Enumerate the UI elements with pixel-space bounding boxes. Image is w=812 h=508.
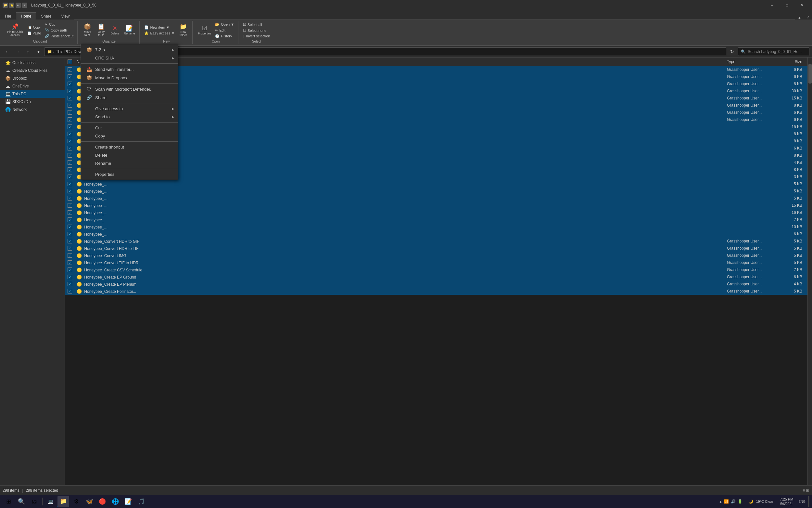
view-toggle[interactable]: ≡ ⊞ [803,488,809,493]
row-checkbox-2[interactable]: ✓ [67,82,72,86]
edit-button[interactable]: ✏ Edit [214,28,236,33]
word-button[interactable]: 📝 [123,496,134,507]
cut-button[interactable]: ✂ Cut [44,22,75,27]
sidebar-item-onedrive[interactable]: ☁ OneDrive [0,82,65,90]
arrow-up-icon[interactable]: ▲ [719,500,722,503]
ctx-item-create-shortcut[interactable]: Create shortcut [81,143,178,151]
copy-button[interactable]: 📋 Copy [26,25,43,30]
start-button[interactable]: ⊞ [3,496,14,507]
explorer-button[interactable]: 📁 [57,496,69,507]
ctx-item-send-with-transfer...[interactable]: 📤Send with Transfer... [81,65,178,74]
ctx-item-7-zip[interactable]: 📦7-Zip▶ [81,45,178,54]
qa-icon-1[interactable]: 📁 [3,3,8,8]
table-row[interactable]: ✓ 🟡 Honeybee_... 5 KB [65,180,807,187]
rename-button[interactable]: 📝 Rename [122,25,137,36]
ctx-item-copy[interactable]: Copy [81,132,178,140]
easy-access-button[interactable]: ⭐ Easy access ▼ [143,31,176,36]
row-checkbox-3[interactable]: ✓ [67,89,72,93]
select-all-checkbox[interactable]: ✓ [67,59,72,64]
move-to-button[interactable]: 📦 Moveto ▼ [81,23,94,38]
col-header-type[interactable]: Type [727,59,779,64]
settings-button[interactable]: ⚙ [70,496,82,507]
list-view-button[interactable]: ≡ [803,488,805,493]
sidebar-item-creative-cloud[interactable]: ☁ Creative Cloud Files [0,67,65,75]
row-checkbox-21[interactable]: ✓ [67,217,72,222]
row-checkbox-15[interactable]: ✓ [67,174,72,179]
ctx-item-crc-sha[interactable]: CRC SHA▶ [81,54,178,62]
row-checkbox-24[interactable]: ✓ [67,239,72,244]
row-checkbox-11[interactable]: ✓ [67,146,72,151]
row-checkbox-4[interactable]: ✓ [67,96,72,100]
row-checkbox-10[interactable]: ✓ [67,139,72,143]
table-row[interactable]: ✓ 🟡 Honeybee_... 16 KB [65,209,807,216]
sidebar-item-network[interactable]: 🌐 Network [0,105,65,114]
select-none-button[interactable]: ☐ Select none [242,28,271,33]
row-checkbox-30[interactable]: ✓ [67,282,72,286]
scrollbar-thumb[interactable] [808,64,812,84]
row-checkbox-16[interactable]: ✓ [67,182,72,186]
table-row[interactable]: ✓ 🟡 Honeybee_Create EP Plenum Grasshoppe… [65,281,807,288]
qa-icon-4[interactable]: ▾ [22,3,27,8]
task-view-button[interactable]: 🗂 [29,496,40,507]
ctx-item-properties[interactable]: Properties [81,170,178,178]
row-checkbox-5[interactable]: ✓ [67,103,72,108]
quick-access-icons[interactable]: 📁 ⭐ ↩ ▾ [3,3,27,8]
ctx-item-rename[interactable]: Rename [81,159,178,167]
table-row[interactable]: ✓ 🟡 Honeybee_... 5 KB [65,187,807,195]
delete-button[interactable]: ✕ Delete [108,25,121,36]
breadcrumb-item-0[interactable]: 📁 [47,49,52,54]
pin-to-quick-access-button[interactable]: 📌 Pin to Quickaccess [5,23,25,38]
row-checkbox-28[interactable]: ✓ [67,267,72,272]
grid-view-button[interactable]: ⊞ [806,488,809,493]
row-checkbox-27[interactable]: ✓ [67,260,72,265]
row-checkbox-22[interactable]: ✓ [67,224,72,229]
table-row[interactable]: ✓ 🟡 Honeybee_Create CSV Schedule Grassho… [65,266,807,273]
show-desktop-button[interactable] [808,496,809,507]
dell-button[interactable]: 💻 [45,496,56,507]
ctx-item-send-to[interactable]: Send to▶ [81,113,178,121]
tab-share[interactable]: Share [36,12,56,20]
table-row[interactable]: ✓ 🟡 Honeybee_Convert IMG Grasshopper Use… [65,252,807,259]
acrobat-button[interactable]: 🔴 [96,496,108,507]
lang-indicator[interactable]: ENG [797,500,807,503]
row-checkbox-20[interactable]: ✓ [67,210,72,215]
row-checkbox-31[interactable]: ✓ [67,289,72,294]
row-checkbox-13[interactable]: ✓ [67,160,72,165]
search-button[interactable]: 🔍 [15,496,27,507]
forward-button[interactable]: → [13,47,22,56]
sidebar-item-this-pc[interactable]: 💻 This PC [0,90,65,98]
table-row[interactable]: ✓ 🟡 Honeybee_... 6 KB [65,230,807,238]
sidebar-item-sdxc[interactable]: 💾 SDXC (D:) [0,98,65,105]
row-checkbox-12[interactable]: ✓ [67,153,72,158]
table-row[interactable]: ✓ 🟡 Honeybee_Convert HDR to TIF Grasshop… [65,245,807,252]
taskbar-clock[interactable]: 7:25 PM 5/6/2021 [777,497,796,506]
ctx-item-cut[interactable]: Cut [81,124,178,132]
paste-button[interactable]: 📄 Paste [26,31,43,36]
ctx-item-move-to-dropbox[interactable]: 📦Move to Dropbox [81,74,178,82]
row-checkbox-7[interactable]: ✓ [67,117,72,122]
row-checkbox-19[interactable]: ✓ [67,203,72,208]
table-row[interactable]: ✓ 🟡 Honeybee_Convert HDR to GIF Grasshop… [65,238,807,245]
paste-shortcut-button[interactable]: 🔗 Paste shortcut [44,34,75,39]
table-row[interactable]: ✓ 🟡 Honeybee_... 5 KB [65,195,807,202]
table-row[interactable]: ✓ 🟡 Honeybee_Create EP Ground Grasshoppe… [65,273,807,281]
row-checkbox-23[interactable]: ✓ [67,232,72,236]
tab-file[interactable]: File [0,12,16,20]
row-checkbox-14[interactable]: ✓ [67,167,72,172]
row-checkbox-0[interactable]: ✓ [67,67,72,72]
back-button[interactable]: ← [3,47,12,56]
tab-view[interactable]: View [56,12,75,20]
minimize-button[interactable]: ─ [765,0,779,10]
new-folder-button[interactable]: 📁 Newfolder [177,23,190,38]
qa-icon-3[interactable]: ↩ [15,3,21,8]
battery-icon[interactable]: 🔋 [737,499,743,504]
open-button[interactable]: 📂 Open ▼ [214,22,236,27]
up-button[interactable]: ↑ [23,47,33,56]
volume-icon[interactable]: 🔊 [731,499,736,504]
table-row[interactable]: ✓ 🟡 Honeybee_... 10 KB [65,223,807,230]
right-scrollbar[interactable] [807,57,812,499]
properties-button[interactable]: ☑ Properties [196,25,213,36]
table-row[interactable]: ✓ 🟡 Honeybee_... 7 KB [65,216,807,223]
breadcrumb-this-pc[interactable]: This PC [56,49,70,54]
sidebar-item-dropbox[interactable]: 📦 Dropbox [0,75,65,82]
